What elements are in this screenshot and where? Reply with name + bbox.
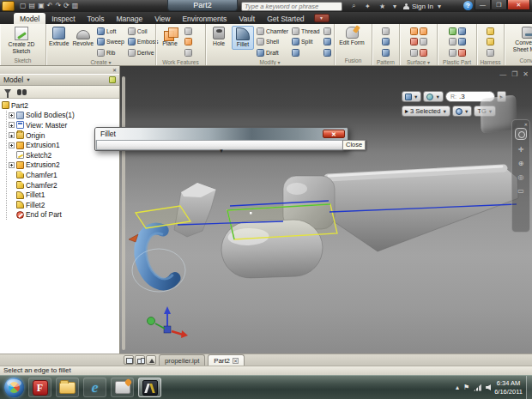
star-icon[interactable]: ★ bbox=[379, 3, 385, 10]
edit-form-button[interactable]: Edit Form bbox=[336, 26, 367, 47]
lip-icon[interactable] bbox=[458, 49, 466, 57]
expand-icon[interactable] bbox=[9, 142, 15, 148]
loft-button[interactable]: Loft bbox=[96, 26, 125, 37]
tray-expand-icon[interactable]: ▴ bbox=[456, 384, 459, 391]
boss-icon[interactable] bbox=[458, 27, 466, 35]
update-icon[interactable]: ⟳ bbox=[63, 1, 70, 11]
hole-button[interactable]: Hole bbox=[208, 26, 230, 48]
trim-icon[interactable] bbox=[420, 38, 427, 45]
stitch-icon[interactable] bbox=[410, 27, 418, 35]
action-center-flag-icon[interactable]: ⚑ bbox=[463, 384, 469, 391]
ucs-button[interactable] bbox=[184, 47, 193, 58]
rest-icon[interactable] bbox=[449, 38, 456, 45]
copy-object-button[interactable] bbox=[323, 37, 332, 48]
show-desktop-button[interactable] bbox=[526, 376, 532, 399]
save-icon[interactable]: ▣ bbox=[38, 1, 45, 11]
snap-fit-icon[interactable] bbox=[458, 38, 466, 45]
maximize-button[interactable]: ❐ bbox=[491, 0, 507, 10]
rule-fillet-icon[interactable] bbox=[449, 49, 456, 57]
expand-icon[interactable] bbox=[9, 112, 15, 118]
tab-get-started[interactable]: Get Started bbox=[261, 13, 310, 24]
shell-button[interactable]: Shell bbox=[256, 37, 289, 48]
fillet-button[interactable]: Fillet bbox=[232, 26, 254, 50]
wrench-icon[interactable]: ✦ bbox=[365, 3, 371, 10]
sign-in-dropdown-icon[interactable]: ▾ bbox=[438, 3, 441, 10]
doc-minimize-icon[interactable]: — bbox=[499, 71, 506, 78]
taskbar-paint[interactable] bbox=[111, 378, 134, 397]
zoom-icon[interactable]: ⊕ bbox=[517, 159, 526, 168]
minimize-button[interactable]: — bbox=[475, 0, 491, 10]
browser-pin-icon[interactable] bbox=[109, 76, 116, 83]
steering-wheel-icon[interactable] bbox=[515, 128, 527, 140]
rectangular-pattern-button[interactable] bbox=[381, 26, 390, 37]
taskbar-inventor[interactable] bbox=[138, 378, 161, 397]
navbar-close-icon[interactable]: ✕ bbox=[524, 122, 528, 127]
doc-close-icon[interactable]: ✕ bbox=[523, 71, 529, 78]
close-button[interactable]: ✕ bbox=[507, 0, 530, 10]
search-icon[interactable]: ⌕ bbox=[352, 2, 355, 10]
tab-model[interactable]: Model bbox=[14, 13, 45, 24]
expand-icon[interactable] bbox=[9, 122, 15, 128]
tree-item-fillet1[interactable]: Fillet1 bbox=[9, 190, 119, 200]
expand-tabs-button[interactable] bbox=[146, 355, 156, 365]
open-file-icon[interactable]: ▤ bbox=[29, 1, 36, 11]
new-file-icon[interactable]: ▢ bbox=[20, 1, 27, 11]
tree-item-extrusion2[interactable]: Extrusion2 bbox=[9, 160, 119, 171]
taskbar-explorer[interactable] bbox=[56, 378, 79, 397]
edge-fillet-dropdown[interactable]: ▼ bbox=[402, 91, 421, 102]
fillet-dialog-close-button[interactable]: ✕ bbox=[323, 130, 345, 138]
browser-header-dropdown-icon[interactable]: ▼ bbox=[26, 77, 109, 82]
sculpt-icon[interactable] bbox=[420, 27, 427, 35]
taskbar-app-f[interactable]: F bbox=[28, 378, 51, 397]
taskbar-internet-explorer[interactable]: e bbox=[83, 378, 106, 397]
fillet-dialog-expander[interactable] bbox=[96, 140, 347, 150]
tree-item-sketch2[interactable]: Sketch2 bbox=[9, 150, 119, 160]
move-bodies-button[interactable] bbox=[323, 47, 332, 58]
grill-icon[interactable] bbox=[449, 27, 456, 35]
sweep-button[interactable]: Sweep bbox=[96, 37, 125, 48]
browser-header[interactable]: Model ▼ bbox=[0, 74, 119, 86]
coil-button[interactable]: Coil bbox=[127, 26, 160, 37]
doc-tab-part2[interactable]: Part2 ✕ bbox=[208, 354, 245, 366]
filter-icon[interactable] bbox=[4, 89, 11, 94]
fillet-dialog[interactable]: Fillet ✕ bbox=[94, 127, 348, 151]
route-icon[interactable] bbox=[487, 27, 494, 35]
start-button[interactable] bbox=[4, 378, 24, 397]
taskbar-clock[interactable]: 6:34 AM 6/16/2011 bbox=[494, 379, 523, 396]
search-input[interactable] bbox=[241, 2, 342, 11]
tree-item-fillet2[interactable]: Fillet2 bbox=[9, 200, 119, 210]
tab-inspect[interactable]: Inspect bbox=[45, 13, 81, 24]
extend-icon[interactable] bbox=[410, 49, 418, 57]
delete-face-icon[interactable] bbox=[420, 49, 427, 57]
plane-button[interactable]: Plane bbox=[158, 26, 182, 48]
doc-tab-propeller[interactable]: propeller.ipt bbox=[159, 354, 205, 366]
patch-icon[interactable] bbox=[410, 38, 418, 45]
orbit-icon[interactable]: ◎ bbox=[517, 172, 526, 182]
cascade-windows-button[interactable] bbox=[124, 355, 134, 365]
tree-item-chamfer2[interactable]: Chamfer2 bbox=[9, 180, 119, 190]
iproperties-icon[interactable]: ▥ bbox=[72, 1, 79, 11]
combine-button[interactable] bbox=[291, 47, 321, 58]
network-icon[interactable] bbox=[474, 384, 481, 391]
community-icon[interactable]: ▾ bbox=[393, 3, 396, 10]
panel-splitter[interactable] bbox=[122, 76, 125, 350]
apply-dropdown[interactable]: ▼ bbox=[452, 106, 472, 117]
thread-button[interactable]: Thread bbox=[291, 26, 321, 37]
segment-icon[interactable] bbox=[487, 38, 494, 45]
split-button[interactable]: Split bbox=[291, 37, 321, 48]
chamfer-button[interactable]: Chamfer bbox=[256, 26, 289, 37]
inventor-logo-icon[interactable] bbox=[2, 1, 15, 11]
volume-icon[interactable] bbox=[486, 384, 491, 390]
wire-icon[interactable] bbox=[487, 49, 494, 57]
tab-view[interactable]: View bbox=[148, 13, 176, 24]
find-icon[interactable] bbox=[17, 89, 27, 95]
browser-close-icon[interactable]: ✕ bbox=[112, 67, 117, 74]
expand-icon[interactable] bbox=[9, 132, 15, 138]
tree-item-chamfer1[interactable]: Chamfer1 bbox=[9, 170, 119, 180]
tree-item-solid-bodies[interactable]: Solid Bodies(1) bbox=[9, 111, 119, 121]
fillet-type-dropdown[interactable]: ▼ bbox=[423, 91, 443, 102]
move-face-button[interactable] bbox=[323, 26, 332, 37]
doc-restore-icon[interactable]: ❐ bbox=[511, 71, 517, 78]
emboss-button[interactable]: Emboss bbox=[127, 37, 160, 48]
point-button[interactable] bbox=[184, 37, 193, 48]
